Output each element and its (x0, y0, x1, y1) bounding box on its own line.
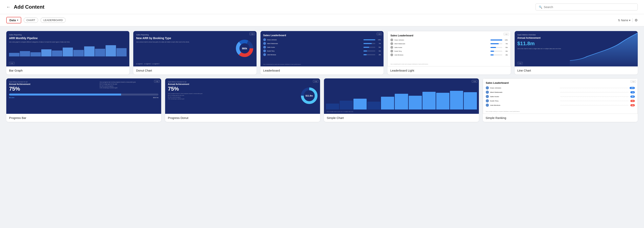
simple-ranking-label: Simple Ranking (483, 114, 638, 122)
lb-light-row-2: Albert Maldonado 74k (390, 42, 508, 45)
donut-desc: Use a donut chart to show how parts of a… (136, 41, 195, 43)
sort-chevron-icon: ▾ (629, 19, 630, 22)
sort-label: Name (621, 19, 628, 22)
donut-logo-badge: Logo (250, 33, 255, 35)
card-bar-graph[interactable]: Sales Reporting ARR Monthly Pipeline Use… (6, 31, 129, 74)
progress-donut-label: Progress Donut (165, 114, 320, 122)
data-label: Data (10, 18, 16, 22)
card-donut-chart[interactable]: Logo Sales Reporting New ARR by Booking … (133, 31, 256, 74)
rank-row-2: Albert Maldonado 74k (486, 90, 635, 94)
sort-icon: ⇅ (618, 19, 620, 22)
chart-filter-pill[interactable]: CHART (24, 18, 38, 23)
leaderboard-light-label: Leaderboard Light (388, 66, 510, 74)
card-preview-leaderboard: Logo Sales Leaderboard Grace Johnston 10… (260, 31, 384, 66)
header-left: ← Add Content (6, 4, 44, 10)
sort-button[interactable]: ⇅ Name ▾ (618, 19, 630, 22)
progress-donut-desc: Use a progress donut to show progress to… (168, 93, 235, 100)
toolbar-left: Data ▾ CHART LEADERBOARD (6, 17, 66, 24)
progress-bar-val1: $11.8m (9, 97, 14, 98)
card-leaderboard-light[interactable]: Logo Sales Leaderboard Grace Johnston 10… (388, 31, 510, 74)
lb-row-1: Grace Johnston 105k (263, 38, 381, 41)
progress-donut-title: Annual Achievement (168, 83, 317, 85)
line-chart-logo-badge: Logo (518, 62, 523, 64)
progress-donut-logo-badge: Logo (313, 80, 318, 82)
filter-button[interactable]: ⚙ (634, 18, 638, 22)
card-preview-simple-ranking: Logo Sales Leaderboard Grace Johnston 10… (483, 78, 638, 114)
leaderboard-filter-pill[interactable]: LEADERBOARD (40, 18, 66, 23)
bar-graph-chart (9, 44, 126, 56)
svg-text:980k: 980k (242, 47, 247, 50)
progress-donut-subtitle: SaaS Metrics Overview for Q4 (168, 81, 317, 82)
leaderboard-desc: Use a leaderboard to track and compare i… (263, 64, 381, 65)
page-title: Add Content (14, 4, 44, 10)
card-progress-bar[interactable]: Logo SaaS Metrics Overview for Q4 Annual… (6, 78, 161, 122)
simple-ranking-title: Sales Leaderboard (486, 81, 635, 84)
progress-bar-desc: Use a progress bar to show progress towa… (100, 81, 158, 89)
card-simple-chart[interactable]: Logo (324, 78, 479, 122)
lb-light-row-1: Grace Johnston 105k (390, 38, 508, 41)
progress-bar-fill (9, 94, 121, 96)
card-preview-simple-chart: Logo (324, 78, 479, 114)
progress-bar-values: $11.8m $15.7m (9, 97, 158, 98)
leaderboard-light-logo-badge: Logo (504, 33, 509, 36)
donut-legend: ● Legend 1 ● Legend 2 ● Legend 3 (136, 63, 159, 64)
search-box: 🔍 (536, 4, 638, 10)
card-line-chart[interactable]: SaaS Metrics Overview Annual Achievement… (515, 31, 638, 74)
line-chart-label: Line Chart (515, 66, 638, 74)
bar-graph-desc: Use a bar graph to compare different cat… (9, 41, 126, 43)
card-preview-progress-bar: Logo SaaS Metrics Overview for Q4 Annual… (6, 78, 161, 114)
grid-container: Sales Reporting ARR Monthly Pipeline Use… (0, 26, 644, 126)
rank-row-4: Dustin Terry 32k (486, 99, 635, 102)
bar-graph-logo-badge: Logo (9, 62, 14, 64)
progress-bar-label: Progress Bar (6, 114, 161, 122)
simple-chart-desc: Use a simple chart to plot one or multip… (327, 111, 476, 112)
card-preview-leaderboard-light: Logo Sales Leaderboard Grace Johnston 10… (388, 31, 510, 66)
leaderboard-light-desc: Use a leaderboard to track and compare i… (390, 64, 508, 65)
lb-row-3: Sallie Hunter 50k (263, 46, 381, 48)
lb-row-2: Albert Maldonado 74k (263, 42, 381, 45)
line-chart-svg (570, 31, 638, 66)
bar-graph-title: ARR Monthly Pipeline (9, 36, 126, 40)
simple-ranking-logo-badge: Logo (630, 80, 636, 83)
back-arrow-icon: ← (6, 4, 10, 10)
card-simple-ranking[interactable]: Logo Sales Leaderboard Grace Johnston 10… (483, 78, 638, 122)
progress-donut-pct: 75% (168, 86, 317, 92)
leaderboard-title: Sales Leaderboard (263, 34, 381, 37)
lb-row-4: Dustin Terry 32k (263, 50, 381, 52)
lb-row-5: Julia Mendoza 28k (263, 53, 381, 56)
card-preview-line-chart: SaaS Metrics Overview Annual Achievement… (515, 31, 638, 66)
rank-row-1: Grace Johnston 105k (486, 86, 635, 90)
simple-ranking-desc: Use a simple ranking to compare individu… (486, 111, 635, 112)
rank-row-3: Sallie Hunter 50k (486, 95, 635, 98)
progress-bar-val2: $15.7m (153, 97, 158, 98)
progress-donut-visual: $11.8m (300, 87, 318, 105)
data-filter-button[interactable]: Data ▾ (6, 17, 21, 24)
donut-chart-label: Donut Chart (133, 66, 256, 74)
leaderboard-logo-badge: Logo (377, 33, 382, 35)
progress-bar-track (9, 94, 158, 96)
svg-text:$11.8m: $11.8m (306, 94, 313, 97)
header: ← Add Content 🔍 (0, 0, 644, 14)
search-icon: 🔍 (539, 6, 542, 9)
leaderboard-light-title: Sales Leaderboard (390, 34, 508, 37)
simple-chart-logo-badge: Logo (472, 80, 477, 82)
lb-light-row-5: Julia Mendoza 28k (390, 54, 508, 56)
lb-light-row-4: Dustin Terry 32k (390, 50, 508, 52)
donut-subtitle: Sales Reporting (136, 34, 254, 36)
bar-graph-subtitle: Sales Reporting (9, 34, 126, 36)
card-leaderboard[interactable]: Logo Sales Leaderboard Grace Johnston 10… (260, 31, 384, 74)
simple-chart-label: Simple Chart (324, 114, 479, 122)
card-preview-progress-donut: Logo SaaS Metrics Overview for Q4 Annual… (165, 78, 320, 114)
filter-icon: ⚙ (634, 18, 638, 22)
card-progress-donut[interactable]: Logo SaaS Metrics Overview for Q4 Annual… (165, 78, 320, 122)
toolbar: Data ▾ CHART LEADERBOARD ⇅ Name ▾ ⚙ (0, 14, 644, 26)
leaderboard-label: Leaderboard (260, 66, 384, 74)
back-button[interactable]: ← (6, 4, 10, 10)
search-input[interactable] (544, 5, 634, 9)
card-row-1: Sales Reporting ARR Monthly Pipeline Use… (6, 31, 638, 74)
chevron-down-icon: ▾ (17, 19, 18, 21)
card-preview-donut-chart: Logo Sales Reporting New ARR by Booking … (133, 31, 256, 66)
toolbar-right: ⇅ Name ▾ ⚙ (618, 18, 638, 22)
lb-light-row-3: Sallie Hunter 50k (390, 46, 508, 49)
card-row-2: Logo SaaS Metrics Overview for Q4 Annual… (6, 78, 638, 122)
